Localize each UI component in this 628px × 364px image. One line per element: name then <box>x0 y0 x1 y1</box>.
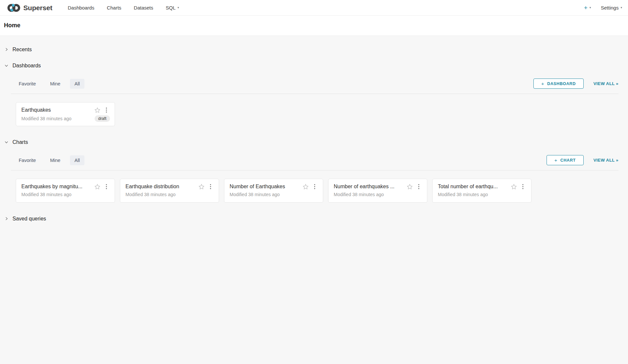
section-recents: Recents <box>0 46 628 54</box>
favorite-star-icon[interactable] <box>94 183 101 191</box>
charts-header[interactable]: Charts <box>0 138 628 146</box>
charts-body: Favorite Mine All + CHART VIEW ALL » Ear… <box>11 155 618 203</box>
home-content: Recents Dashboards Favorite Mine All + D… <box>0 36 628 223</box>
kebab-menu-icon[interactable] <box>103 183 110 191</box>
chevron-down-icon <box>5 63 8 69</box>
chart-card[interactable]: Number of earthquakes ... Modified 38 mi… <box>328 179 427 203</box>
tab-favorite[interactable]: Favorite <box>14 155 40 165</box>
view-all-charts-link[interactable]: VIEW ALL » <box>594 158 618 163</box>
dashboards-controls: Favorite Mine All + DASHBOARD VIEW ALL » <box>11 79 618 89</box>
charts-controls: Favorite Mine All + CHART VIEW ALL » <box>11 155 618 165</box>
saved-queries-header[interactable]: Saved queries <box>0 215 628 223</box>
caret-down-icon: ▾ <box>590 6 591 9</box>
kebab-menu-icon[interactable] <box>207 183 214 191</box>
charts-tabs: Favorite Mine All <box>14 155 84 165</box>
chart-card[interactable]: Earthquakes by magnitu... Modified 38 mi… <box>16 179 115 203</box>
page-header: Home <box>0 16 628 36</box>
status-badge: draft <box>95 115 110 122</box>
plus-icon: + <box>541 81 544 86</box>
dashboard-card[interactable]: Earthquakes Modified 38 minutes ago <box>16 102 115 126</box>
favorite-star-icon[interactable] <box>302 183 309 191</box>
plus-icon: + <box>554 158 557 163</box>
add-dashboard-button[interactable]: + DASHBOARD <box>533 79 584 89</box>
charts-actions: + CHART VIEW ALL » <box>547 155 618 165</box>
kebab-menu-icon[interactable] <box>103 106 110 114</box>
nav-item-charts[interactable]: Charts <box>101 0 127 15</box>
card-modified: Modified 38 minutes ago <box>438 192 488 197</box>
plus-icon: + <box>584 5 588 11</box>
chevron-right-icon <box>5 216 8 222</box>
card-title[interactable]: Number of earthquakes ... <box>334 184 406 190</box>
chart-cards: Earthquakes by magnitu... Modified 38 mi… <box>11 171 618 203</box>
kebab-menu-icon[interactable] <box>311 183 318 191</box>
card-modified: Modified 38 minutes ago <box>230 192 280 197</box>
tab-mine[interactable]: Mine <box>45 79 65 89</box>
card-title[interactable]: Number of Earthquakes <box>230 184 302 190</box>
section-label: Charts <box>12 139 28 145</box>
dashboards-actions: + DASHBOARD VIEW ALL » <box>533 79 618 89</box>
caret-down-icon: ▾ <box>178 6 179 9</box>
caret-down-icon: ▾ <box>620 6 622 9</box>
page-title: Home <box>4 22 624 29</box>
section-charts: Charts Favorite Mine All + CHART VIEW AL… <box>0 138 628 203</box>
section-saved-queries: Saved queries <box>0 215 628 223</box>
kebab-menu-icon[interactable] <box>519 183 527 191</box>
new-item-button[interactable]: + ▾ <box>584 5 591 11</box>
view-all-dashboards-link[interactable]: VIEW ALL » <box>594 81 618 86</box>
settings-menu[interactable]: Settings ▾ <box>601 5 622 11</box>
favorite-star-icon[interactable] <box>94 106 101 114</box>
brand-text: Superset <box>23 4 52 12</box>
nav-item-dashboards[interactable]: Dashboards <box>61 0 101 15</box>
chart-card[interactable]: Number of Earthquakes Modified 38 minute… <box>224 179 323 203</box>
superset-logo[interactable]: Superset <box>7 3 52 12</box>
top-navbar: Superset Dashboards Charts Datasets SQL … <box>0 0 628 16</box>
favorite-star-icon[interactable] <box>510 183 518 191</box>
dashboards-tabs: Favorite Mine All <box>14 79 84 89</box>
tab-mine[interactable]: Mine <box>45 155 65 165</box>
chart-card[interactable]: Total number of earthqu... Modified 38 m… <box>432 179 531 203</box>
card-title[interactable]: Earthquake distribution <box>125 184 198 190</box>
card-title[interactable]: Total number of earthqu... <box>438 184 510 190</box>
card-title[interactable]: Earthquakes by magnitu... <box>21 184 94 190</box>
card-title[interactable]: Earthquakes <box>21 107 94 113</box>
dashboards-body: Favorite Mine All + DASHBOARD VIEW ALL »… <box>11 79 618 126</box>
chart-card[interactable]: Earthquake distribution Modified 38 minu… <box>120 179 219 203</box>
tab-all[interactable]: All <box>70 79 84 89</box>
card-modified: Modified 38 minutes ago <box>334 192 384 197</box>
card-modified: Modified 38 minutes ago <box>125 192 176 197</box>
chevron-right-icon <box>5 47 8 53</box>
add-chart-button[interactable]: + CHART <box>547 155 584 165</box>
dashboard-cards: Earthquakes Modified 38 minutes ago <box>11 94 618 126</box>
section-label: Recents <box>12 47 32 53</box>
nav-item-sql[interactable]: SQL ▾ <box>160 0 186 15</box>
kebab-menu-icon[interactable] <box>415 183 422 191</box>
nav-menu: Dashboards Charts Datasets SQL ▾ <box>61 0 185 15</box>
section-label: Saved queries <box>12 216 46 222</box>
superset-infinity-icon <box>7 3 20 12</box>
navbar-right: + ▾ Settings ▾ <box>584 5 622 11</box>
favorite-star-icon[interactable] <box>406 183 414 191</box>
nav-item-datasets[interactable]: Datasets <box>127 0 159 15</box>
dashboards-header[interactable]: Dashboards <box>0 62 628 70</box>
section-dashboards: Dashboards Favorite Mine All + DASHBOARD… <box>0 62 628 126</box>
section-label: Dashboards <box>12 63 41 69</box>
chevron-down-icon <box>5 139 8 145</box>
tab-all[interactable]: All <box>70 155 84 165</box>
favorite-star-icon[interactable] <box>198 183 205 191</box>
recents-header[interactable]: Recents <box>0 46 628 54</box>
card-modified: Modified 38 minutes ago <box>21 116 72 121</box>
tab-favorite[interactable]: Favorite <box>14 79 40 89</box>
card-modified: Modified 38 minutes ago <box>21 192 72 197</box>
